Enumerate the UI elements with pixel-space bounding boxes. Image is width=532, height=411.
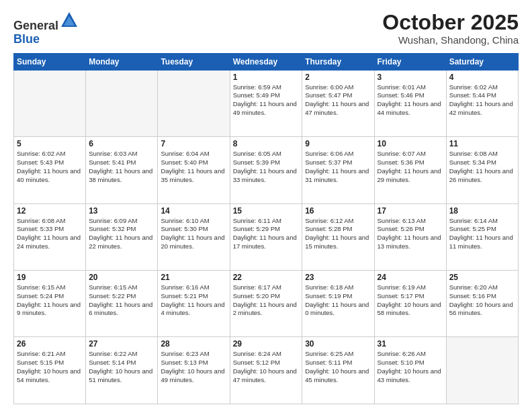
day-cell: 11Sunrise: 6:08 AMSunset: 5:34 PMDayligh… (446, 137, 518, 203)
day-detail: Sunrise: 6:05 AMSunset: 5:39 PMDaylight:… (233, 150, 300, 184)
day-cell (446, 337, 518, 404)
day-number: 12 (17, 206, 83, 216)
day-number: 27 (89, 339, 154, 349)
day-number: 28 (161, 339, 226, 349)
day-number: 10 (378, 139, 443, 148)
day-number: 13 (89, 206, 154, 216)
day-number: 11 (449, 139, 515, 148)
day-detail: Sunrise: 6:25 AMSunset: 5:11 PMDaylight:… (305, 350, 371, 384)
day-cell: 30Sunrise: 6:25 AMSunset: 5:11 PMDayligh… (302, 337, 374, 404)
day-cell: 10Sunrise: 6:07 AMSunset: 5:36 PMDayligh… (374, 137, 446, 203)
day-number: 17 (378, 206, 443, 216)
day-cell: 25Sunrise: 6:20 AMSunset: 5:16 PMDayligh… (446, 271, 518, 337)
day-number: 1 (233, 73, 300, 82)
day-detail: Sunrise: 6:10 AMSunset: 5:30 PMDaylight:… (161, 217, 226, 251)
day-number: 25 (449, 273, 515, 282)
day-detail: Sunrise: 6:01 AMSunset: 5:46 PMDaylight:… (378, 83, 443, 118)
header: General Blue October 2025 Wushan, Shando… (13, 11, 519, 46)
day-number: 21 (161, 273, 226, 282)
day-number: 4 (449, 73, 515, 82)
day-number: 15 (233, 206, 300, 216)
day-number: 20 (89, 273, 154, 282)
day-detail: Sunrise: 6:04 AMSunset: 5:40 PMDaylight:… (161, 150, 226, 184)
weekday-tuesday: Tuesday (158, 53, 230, 70)
day-cell: 9Sunrise: 6:06 AMSunset: 5:37 PMDaylight… (302, 137, 374, 203)
day-cell: 14Sunrise: 6:10 AMSunset: 5:30 PMDayligh… (158, 203, 230, 270)
day-cell: 27Sunrise: 6:22 AMSunset: 5:14 PMDayligh… (86, 337, 158, 404)
day-detail: Sunrise: 6:26 AMSunset: 5:10 PMDaylight:… (378, 350, 443, 384)
day-detail: Sunrise: 6:24 AMSunset: 5:12 PMDaylight:… (233, 350, 300, 384)
day-detail: Sunrise: 6:15 AMSunset: 5:22 PMDaylight:… (89, 283, 154, 318)
day-cell: 13Sunrise: 6:09 AMSunset: 5:32 PMDayligh… (86, 203, 158, 270)
day-detail: Sunrise: 6:23 AMSunset: 5:13 PMDaylight:… (161, 350, 226, 384)
day-cell: 22Sunrise: 6:17 AMSunset: 5:20 PMDayligh… (230, 271, 302, 337)
day-number: 24 (378, 273, 443, 282)
day-cell: 4Sunrise: 6:02 AMSunset: 5:44 PMDaylight… (446, 70, 518, 136)
day-detail: Sunrise: 6:20 AMSunset: 5:16 PMDaylight:… (449, 283, 515, 318)
weekday-sunday: Sunday (14, 53, 86, 70)
day-cell: 6Sunrise: 6:03 AMSunset: 5:41 PMDaylight… (86, 137, 158, 203)
day-detail: Sunrise: 6:18 AMSunset: 5:19 PMDaylight:… (305, 283, 371, 318)
day-detail: Sunrise: 6:59 AMSunset: 5:49 PMDaylight:… (233, 83, 300, 118)
day-cell: 12Sunrise: 6:08 AMSunset: 5:33 PMDayligh… (14, 203, 86, 270)
day-cell: 29Sunrise: 6:24 AMSunset: 5:12 PMDayligh… (230, 337, 302, 404)
day-detail: Sunrise: 6:16 AMSunset: 5:21 PMDaylight:… (161, 283, 226, 318)
week-row-1: 1Sunrise: 6:59 AMSunset: 5:49 PMDaylight… (14, 70, 519, 136)
week-row-3: 12Sunrise: 6:08 AMSunset: 5:33 PMDayligh… (14, 203, 519, 270)
day-number: 23 (305, 273, 371, 282)
day-number: 18 (449, 206, 515, 216)
day-detail: Sunrise: 6:02 AMSunset: 5:44 PMDaylight:… (449, 83, 515, 118)
day-cell: 15Sunrise: 6:11 AMSunset: 5:29 PMDayligh… (230, 203, 302, 270)
day-cell: 31Sunrise: 6:26 AMSunset: 5:10 PMDayligh… (374, 337, 446, 404)
day-cell: 1Sunrise: 6:59 AMSunset: 5:49 PMDaylight… (230, 70, 302, 136)
day-cell: 17Sunrise: 6:13 AMSunset: 5:26 PMDayligh… (374, 203, 446, 270)
location: Wushan, Shandong, China (382, 34, 519, 46)
week-row-5: 26Sunrise: 6:21 AMSunset: 5:15 PMDayligh… (14, 337, 519, 404)
day-detail: Sunrise: 6:12 AMSunset: 5:28 PMDaylight:… (305, 217, 371, 251)
day-cell: 26Sunrise: 6:21 AMSunset: 5:15 PMDayligh… (14, 337, 86, 404)
day-number: 31 (378, 339, 443, 349)
logo-blue: Blue (13, 33, 79, 46)
day-cell: 8Sunrise: 6:05 AMSunset: 5:39 PMDaylight… (230, 137, 302, 203)
day-detail: Sunrise: 6:14 AMSunset: 5:25 PMDaylight:… (449, 217, 515, 251)
weekday-friday: Friday (374, 53, 446, 70)
day-cell: 3Sunrise: 6:01 AMSunset: 5:46 PMDaylight… (374, 70, 446, 136)
day-detail: Sunrise: 6:08 AMSunset: 5:33 PMDaylight:… (17, 217, 83, 251)
logo: General Blue (13, 11, 79, 46)
day-cell: 21Sunrise: 6:16 AMSunset: 5:21 PMDayligh… (158, 271, 230, 337)
day-detail: Sunrise: 6:03 AMSunset: 5:41 PMDaylight:… (89, 150, 154, 184)
day-number: 7 (161, 139, 226, 148)
day-cell: 2Sunrise: 6:00 AMSunset: 5:47 PMDaylight… (302, 70, 374, 136)
day-number: 29 (233, 339, 300, 349)
day-detail: Sunrise: 6:06 AMSunset: 5:37 PMDaylight:… (305, 150, 371, 184)
day-detail: Sunrise: 6:02 AMSunset: 5:43 PMDaylight:… (17, 150, 83, 184)
day-number: 22 (233, 273, 300, 282)
day-number: 5 (17, 139, 83, 148)
day-number: 8 (233, 139, 300, 148)
day-detail: Sunrise: 6:17 AMSunset: 5:20 PMDaylight:… (233, 283, 300, 318)
logo-general: General (13, 19, 58, 32)
day-cell (86, 70, 158, 136)
day-number: 16 (305, 206, 371, 216)
day-number: 6 (89, 139, 154, 148)
day-detail: Sunrise: 6:19 AMSunset: 5:17 PMDaylight:… (378, 283, 443, 318)
weekday-thursday: Thursday (302, 53, 374, 70)
day-number: 9 (305, 139, 371, 148)
calendar-page: General Blue October 2025 Wushan, Shando… (0, 0, 532, 411)
month-title: October 2025 (382, 11, 519, 34)
day-cell: 19Sunrise: 6:15 AMSunset: 5:24 PMDayligh… (14, 271, 86, 337)
day-detail: Sunrise: 6:08 AMSunset: 5:34 PMDaylight:… (449, 150, 515, 184)
day-number: 3 (378, 73, 443, 82)
day-cell: 23Sunrise: 6:18 AMSunset: 5:19 PMDayligh… (302, 271, 374, 337)
day-number: 14 (161, 206, 226, 216)
day-detail: Sunrise: 6:09 AMSunset: 5:32 PMDaylight:… (89, 217, 154, 251)
day-detail: Sunrise: 6:13 AMSunset: 5:26 PMDaylight:… (378, 217, 443, 251)
title-block: October 2025 Wushan, Shandong, China (382, 11, 519, 46)
day-detail: Sunrise: 6:00 AMSunset: 5:47 PMDaylight:… (305, 83, 371, 118)
day-number: 26 (17, 339, 83, 349)
weekday-saturday: Saturday (446, 53, 518, 70)
day-cell: 28Sunrise: 6:23 AMSunset: 5:13 PMDayligh… (158, 337, 230, 404)
day-number: 2 (305, 73, 371, 82)
weekday-monday: Monday (86, 53, 158, 70)
week-row-4: 19Sunrise: 6:15 AMSunset: 5:24 PMDayligh… (14, 271, 519, 337)
